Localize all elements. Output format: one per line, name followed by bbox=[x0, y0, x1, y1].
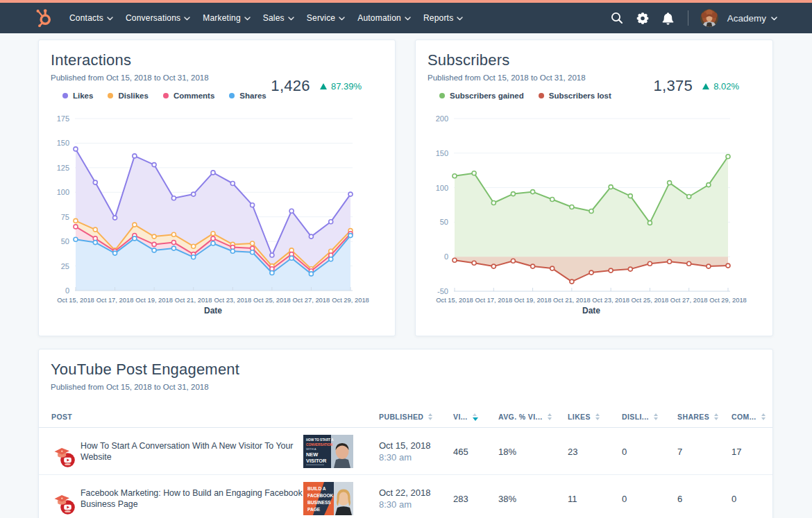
data-point-marker[interactable] bbox=[152, 234, 156, 239]
data-point-marker[interactable] bbox=[211, 241, 215, 245]
legend-item-shares[interactable]: Shares bbox=[229, 92, 266, 100]
data-point-marker[interactable] bbox=[93, 227, 97, 232]
column-header-avgvi[interactable]: AVG. % VI... bbox=[498, 413, 552, 421]
sort-carets-icon[interactable] bbox=[473, 413, 478, 421]
data-point-marker[interactable] bbox=[531, 264, 535, 268]
data-point-marker[interactable] bbox=[74, 225, 78, 229]
data-point-marker[interactable] bbox=[531, 190, 535, 194]
data-point-marker[interactable] bbox=[472, 261, 476, 265]
data-point-marker[interactable] bbox=[609, 268, 613, 273]
legend-item-comments[interactable]: Comments bbox=[163, 92, 214, 100]
data-point-marker[interactable] bbox=[628, 194, 632, 198]
data-point-marker[interactable] bbox=[329, 257, 333, 261]
data-point-marker[interactable] bbox=[113, 216, 117, 220]
data-point-marker[interactable] bbox=[133, 236, 137, 241]
data-point-marker[interactable] bbox=[707, 183, 711, 187]
data-point-marker[interactable] bbox=[648, 221, 652, 225]
nav-item-service[interactable]: Service bbox=[301, 3, 351, 33]
data-point-marker[interactable] bbox=[687, 195, 691, 199]
data-point-marker[interactable] bbox=[609, 185, 613, 189]
data-point-marker[interactable] bbox=[93, 180, 97, 184]
data-point-marker[interactable] bbox=[192, 255, 196, 259]
data-point-marker[interactable] bbox=[192, 244, 196, 248]
data-point-marker[interactable] bbox=[452, 258, 457, 262]
data-point-marker[interactable] bbox=[171, 232, 176, 236]
data-point-marker[interactable] bbox=[472, 171, 476, 175]
data-point-marker[interactable] bbox=[348, 192, 353, 196]
data-point-marker[interactable] bbox=[511, 192, 515, 196]
data-point-marker[interactable] bbox=[726, 155, 730, 159]
nav-item-reports[interactable]: Reports bbox=[417, 3, 469, 33]
data-point-marker[interactable] bbox=[511, 259, 515, 263]
interactions-chart[interactable]: 0255075100125150175Oct 15, 2018Oct 17, 2… bbox=[39, 103, 396, 321]
data-point-marker[interactable] bbox=[152, 248, 156, 252]
search-icon[interactable] bbox=[611, 12, 623, 24]
data-point-marker[interactable] bbox=[550, 198, 555, 202]
data-point-marker[interactable] bbox=[589, 209, 593, 214]
data-point-marker[interactable] bbox=[289, 209, 294, 213]
data-point-marker[interactable] bbox=[192, 192, 196, 196]
data-point-marker[interactable] bbox=[211, 232, 215, 236]
data-point-marker[interactable] bbox=[211, 171, 215, 175]
sort-carets-icon[interactable] bbox=[428, 413, 432, 420]
data-point-marker[interactable] bbox=[570, 205, 574, 209]
nav-item-conversations[interactable]: Conversations bbox=[119, 3, 196, 33]
data-point-marker[interactable] bbox=[668, 259, 672, 264]
column-header-disli[interactable]: DISLI... bbox=[622, 413, 658, 421]
sort-carets-icon[interactable] bbox=[654, 413, 658, 420]
data-point-marker[interactable] bbox=[171, 246, 176, 250]
account-menu[interactable]: Academy bbox=[727, 13, 777, 24]
data-point-marker[interactable] bbox=[74, 147, 78, 151]
data-point-marker[interactable] bbox=[93, 241, 97, 245]
data-point-marker[interactable] bbox=[251, 241, 255, 245]
data-point-marker[interactable] bbox=[152, 242, 156, 246]
data-point-marker[interactable] bbox=[309, 234, 313, 239]
column-header-com[interactable]: COM... bbox=[731, 413, 766, 421]
data-point-marker[interactable] bbox=[230, 249, 235, 253]
legend-item-subscribers-gained[interactable]: Subscribers gained bbox=[439, 92, 524, 100]
bell-icon[interactable] bbox=[662, 12, 675, 24]
data-point-marker[interactable] bbox=[211, 236, 215, 241]
data-point-marker[interactable] bbox=[550, 266, 555, 270]
data-point-marker[interactable] bbox=[491, 201, 496, 205]
data-point-marker[interactable] bbox=[309, 272, 313, 276]
data-point-marker[interactable] bbox=[348, 234, 353, 238]
sort-carets-icon[interactable] bbox=[761, 413, 766, 420]
post-title-link[interactable]: Facebook Marketing: How to Build an Enga… bbox=[81, 487, 303, 510]
legend-item-subscribers-lost[interactable]: Subscribers lost bbox=[539, 92, 611, 100]
nav-item-contacts[interactable]: Contacts bbox=[63, 3, 119, 33]
data-point-marker[interactable] bbox=[171, 241, 176, 245]
hubspot-logo-icon[interactable] bbox=[35, 8, 53, 28]
column-header-likes[interactable]: LIKES bbox=[568, 413, 600, 421]
data-point-marker[interactable] bbox=[74, 237, 78, 241]
column-header-vi[interactable]: VI... bbox=[453, 413, 478, 421]
data-point-marker[interactable] bbox=[589, 270, 593, 275]
data-point-marker[interactable] bbox=[113, 251, 117, 255]
legend-item-dislikes[interactable]: Dislikes bbox=[108, 92, 148, 100]
column-header-published[interactable]: PUBLISHED bbox=[379, 413, 432, 421]
data-point-marker[interactable] bbox=[628, 267, 632, 271]
video-thumbnail-facebook-page[interactable]: BUILD AFACEBOOKBUSINESSPAGE bbox=[303, 482, 353, 515]
data-point-marker[interactable] bbox=[452, 174, 457, 178]
data-point-marker[interactable] bbox=[251, 203, 255, 207]
data-point-marker[interactable] bbox=[491, 264, 496, 268]
data-point-marker[interactable] bbox=[133, 154, 137, 158]
post-title-link[interactable]: How To Start A Conversation With A New V… bbox=[81, 440, 303, 463]
data-point-marker[interactable] bbox=[648, 261, 652, 266]
data-point-marker[interactable] bbox=[74, 218, 78, 223]
data-point-marker[interactable] bbox=[230, 182, 235, 186]
data-point-marker[interactable] bbox=[726, 264, 730, 268]
data-point-marker[interactable] bbox=[329, 220, 333, 224]
data-point-marker[interactable] bbox=[270, 271, 274, 275]
data-point-marker[interactable] bbox=[687, 261, 691, 266]
sort-carets-icon[interactable] bbox=[595, 413, 600, 420]
sort-carets-icon[interactable] bbox=[548, 413, 552, 420]
video-thumbnail-new-visitor[interactable]: HOW TO START ACONVERSATIONWITH ANEWVISIT… bbox=[303, 435, 353, 468]
data-point-marker[interactable] bbox=[289, 256, 294, 260]
subscribers-chart[interactable]: -50050100150200Oct 15, 2018Oct 17, 2018O… bbox=[416, 103, 774, 321]
avatar[interactable] bbox=[700, 9, 718, 27]
sort-carets-icon[interactable] bbox=[714, 413, 718, 420]
data-point-marker[interactable] bbox=[270, 253, 274, 257]
legend-item-likes[interactable]: Likes bbox=[62, 92, 93, 100]
data-point-marker[interactable] bbox=[152, 163, 156, 167]
